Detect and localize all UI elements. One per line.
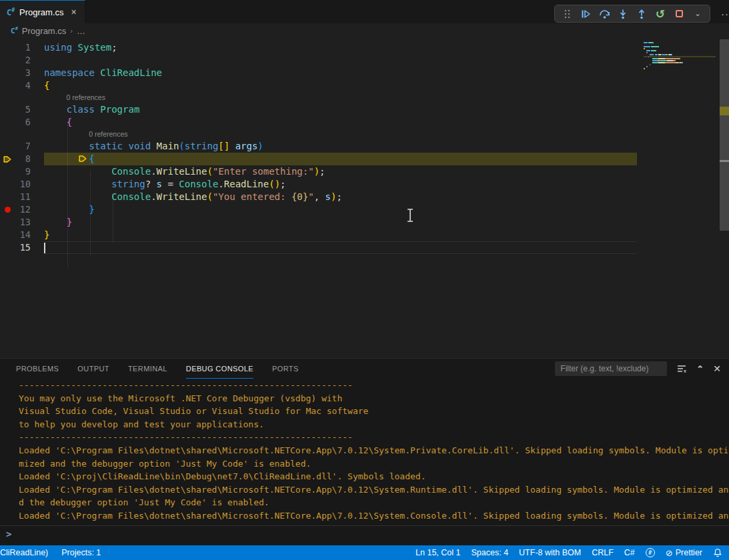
current-statement-arrow-icon[interactable] bbox=[0, 153, 15, 165]
glyph-margin[interactable] bbox=[0, 41, 15, 54]
code-line-4[interactable]: 4{ bbox=[0, 79, 637, 92]
step-out-button[interactable] bbox=[634, 6, 650, 22]
clear-console-icon[interactable] bbox=[676, 363, 687, 374]
panel-tab-terminal[interactable]: TERMINAL bbox=[128, 359, 167, 379]
code-line-9[interactable]: 9 Console.WriteLine("Enter something:"); bbox=[0, 165, 637, 178]
line-number: 4 bbox=[15, 79, 31, 92]
breadcrumb-symbol[interactable]: … bbox=[77, 26, 85, 36]
code-line-10[interactable]: 10 string? s = Console.ReadLine(); bbox=[0, 178, 637, 191]
scrollbar-thumb[interactable] bbox=[720, 39, 729, 231]
drag-handle-button[interactable] bbox=[559, 6, 575, 22]
console-line: ----------------------------------------… bbox=[0, 431, 729, 444]
status-debug-session[interactable]: CliReadLine) bbox=[0, 548, 48, 557]
status-language-mode[interactable]: C# bbox=[624, 548, 635, 557]
code-lines: 1using System;23namespace CliReadLine4{0… bbox=[0, 41, 637, 254]
code-line-7[interactable]: 7 static void Main(string[] args) bbox=[0, 140, 637, 153]
glyph-margin[interactable] bbox=[0, 165, 15, 178]
scrollbar-execution-marker bbox=[720, 107, 729, 115]
line-number: 7 bbox=[15, 140, 31, 153]
code-line-12[interactable]: 12 } bbox=[0, 203, 637, 216]
minimap[interactable] bbox=[644, 42, 716, 82]
line-number: 10 bbox=[15, 178, 31, 191]
console-line: Visual Studio Code, Visual Studio or Vis… bbox=[0, 405, 729, 418]
breadcrumb-separator-icon: › bbox=[70, 27, 73, 35]
glyph-margin[interactable] bbox=[0, 216, 15, 229]
line-number: 15 bbox=[15, 241, 31, 254]
step-into-button[interactable] bbox=[615, 6, 631, 22]
status-prettier[interactable]: ⊘Prettier bbox=[666, 548, 702, 558]
glyph-margin[interactable] bbox=[0, 116, 15, 129]
glyph-margin[interactable] bbox=[0, 229, 15, 241]
stop-dropdown-button[interactable]: ⌄ bbox=[690, 6, 706, 22]
tab-program-cs[interactable]: C# Program.cs × bbox=[0, 0, 85, 23]
breakpoint-icon[interactable] bbox=[0, 203, 15, 216]
panel-tab-ports[interactable]: PORTS bbox=[272, 359, 299, 379]
glyph-margin[interactable] bbox=[0, 54, 15, 67]
debug-console-filter-input[interactable] bbox=[555, 361, 667, 376]
line-content: } bbox=[44, 203, 637, 216]
panel-actions: ⌃ ✕ bbox=[555, 361, 721, 376]
panel-tab-problems[interactable]: PROBLEMS bbox=[16, 359, 59, 379]
console-line: Loaded 'C:\Program Files\dotnet\shared\M… bbox=[0, 444, 729, 457]
code-line-5[interactable]: 5 class Program bbox=[0, 103, 637, 116]
code-line-1[interactable]: 1using System; bbox=[0, 41, 637, 54]
code-line-3[interactable]: 3namespace CliReadLine bbox=[0, 67, 637, 79]
line-number: 11 bbox=[15, 191, 31, 203]
glyph-margin[interactable] bbox=[0, 67, 15, 79]
csharp-file-icon: C# bbox=[7, 7, 15, 17]
code-line-11[interactable]: 11 Console.WriteLine("You entered: {0}",… bbox=[0, 191, 637, 203]
code-line-15[interactable]: 15 bbox=[0, 241, 637, 254]
line-number: 9 bbox=[15, 165, 31, 178]
status-eol[interactable]: CRLF bbox=[592, 548, 614, 557]
prettier-disabled-icon: ⊘ bbox=[666, 548, 673, 558]
tab-close-icon[interactable]: × bbox=[71, 7, 77, 17]
vscode-window: C# Program.cs × ↺⌄ ·· C# Program.cs › … … bbox=[0, 0, 729, 560]
line-content: Console.WriteLine("You entered: {0}", s)… bbox=[44, 191, 637, 203]
editor-more-actions-icon[interactable]: ·· bbox=[721, 8, 729, 19]
code-line-14[interactable]: 14} bbox=[0, 229, 637, 241]
codelens-references[interactable]: 0 references bbox=[0, 129, 637, 140]
glyph-margin[interactable] bbox=[0, 191, 15, 203]
line-number: 6 bbox=[15, 116, 31, 129]
status-notifications[interactable] bbox=[713, 548, 722, 557]
status-language-status[interactable]: # bbox=[646, 548, 655, 557]
maximize-panel-icon[interactable]: ⌃ bbox=[696, 364, 704, 374]
restart-button[interactable]: ↺ bbox=[652, 6, 668, 22]
console-line: You may only use the Microsoft .NET Core… bbox=[0, 392, 729, 405]
line-number: 2 bbox=[15, 54, 31, 67]
code-line-6[interactable]: 6 { bbox=[0, 116, 637, 129]
close-panel-icon[interactable]: ✕ bbox=[713, 363, 721, 374]
codelens-references[interactable]: 0 references bbox=[0, 92, 637, 103]
line-content: { bbox=[44, 153, 637, 165]
glyph-margin[interactable] bbox=[0, 140, 15, 153]
breadcrumb-file[interactable]: Program.cs bbox=[22, 26, 66, 36]
glyph-margin[interactable] bbox=[0, 103, 15, 116]
code-line-13[interactable]: 13 } bbox=[0, 216, 637, 229]
glyph-margin[interactable] bbox=[0, 241, 15, 254]
status-indentation[interactable]: Spaces: 4 bbox=[472, 548, 509, 557]
debug-console-input[interactable]: > bbox=[0, 525, 729, 540]
line-number: 14 bbox=[15, 229, 31, 241]
step-over-button[interactable] bbox=[596, 6, 612, 22]
code-line-8[interactable]: 8 { bbox=[0, 153, 637, 165]
panel-tab-debug-console[interactable]: DEBUG CONSOLE bbox=[186, 359, 253, 379]
console-line: Loaded 'C:\Program Files\dotnet\shared\M… bbox=[0, 509, 729, 523]
status-cursor-position[interactable]: Ln 15, Col 1 bbox=[416, 548, 460, 557]
line-content: namespace CliReadLine bbox=[44, 67, 637, 79]
line-number: 12 bbox=[15, 203, 31, 216]
code-line-2[interactable]: 2 bbox=[0, 54, 637, 67]
status-projects-count[interactable]: Projects: 1 bbox=[61, 548, 101, 557]
panel-tab-output[interactable]: OUTPUT bbox=[77, 359, 109, 379]
line-number: 13 bbox=[15, 216, 31, 229]
status-encoding[interactable]: UTF-8 with BOM bbox=[519, 548, 581, 557]
breadcrumb: C# Program.cs › … bbox=[0, 23, 729, 38]
status-bar: CliReadLine)Projects: 1 Ln 15, Col 1Spac… bbox=[0, 545, 729, 560]
glyph-margin[interactable] bbox=[0, 178, 15, 191]
stop-button[interactable] bbox=[671, 6, 687, 22]
code-editor[interactable]: 1using System;23namespace CliReadLine4{0… bbox=[0, 38, 729, 358]
editor-scrollbar[interactable] bbox=[720, 38, 729, 358]
glyph-margin[interactable] bbox=[0, 79, 15, 92]
line-number: 8 bbox=[15, 153, 31, 165]
debug-console-output[interactable]: ----------------------------------------… bbox=[0, 379, 729, 525]
continue-button[interactable] bbox=[578, 6, 594, 22]
